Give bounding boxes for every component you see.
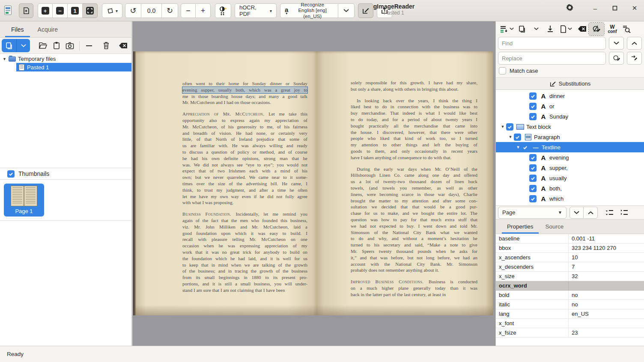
scanned-book-image[interactable]: often went to their home for Sunday dinn… bbox=[133, 51, 493, 315]
hocr-tree-item-paragraph[interactable]: ▼Paragraph bbox=[496, 132, 644, 142]
find-next-button[interactable] bbox=[609, 37, 624, 50]
zoom-original-button[interactable]: 1 bbox=[68, 3, 83, 18]
book-textline: us are familiar with. He was always will… bbox=[182, 142, 307, 149]
paragraph-heading: Business Foundation. bbox=[182, 211, 236, 217]
hocr-tree-item-both[interactable]: Aboth, bbox=[496, 183, 644, 193]
open-folder-button[interactable] bbox=[36, 39, 50, 52]
hocr-tree-item-evening[interactable]: Aevening bbox=[496, 152, 644, 163]
recognize-button[interactable]: a▾ Recognize English [eng] (en_US) bbox=[280, 3, 338, 18]
wconf-toggle[interactable]: Wconf bbox=[605, 23, 620, 36]
property-row-baseline[interactable]: baseline0.001 -11 bbox=[496, 234, 644, 243]
rotate-left-button[interactable]: ↺ bbox=[125, 3, 141, 18]
item-checkbox[interactable] bbox=[529, 113, 537, 120]
hocr-tree-item-sunday[interactable]: ASunday bbox=[496, 111, 644, 122]
export-output-button[interactable] bbox=[557, 23, 575, 36]
tab-files[interactable]: Files bbox=[4, 21, 31, 37]
settings-button[interactable] bbox=[565, 3, 574, 13]
find-previous-button[interactable] bbox=[627, 37, 642, 50]
hocr-tree-item-text-block[interactable]: ▼Text block bbox=[496, 122, 644, 132]
insert-mode-button[interactable] bbox=[498, 23, 515, 36]
item-checkbox[interactable] bbox=[529, 185, 537, 192]
hocr-tree-item-or[interactable]: Aor bbox=[496, 101, 644, 111]
item-checkbox[interactable] bbox=[529, 103, 537, 110]
property-row-italic[interactable]: italicno bbox=[496, 300, 644, 309]
expander-icon[interactable]: ▼ bbox=[3, 57, 9, 61]
expander-icon[interactable]: ▼ bbox=[507, 135, 514, 139]
previous-page-button[interactable]: − bbox=[181, 3, 196, 18]
zoom-in-button[interactable]: + bbox=[38, 3, 53, 18]
tree-item-pasted-1[interactable]: Pasted 1 bbox=[16, 63, 131, 71]
minimize-button[interactable]: – bbox=[591, 5, 599, 12]
item-checkbox[interactable] bbox=[529, 195, 537, 202]
tab-acquire[interactable]: Acquire bbox=[31, 21, 65, 37]
add-page-button[interactable] bbox=[19, 3, 33, 18]
tree-item-temporary-files[interactable]: ▼ Temporary files bbox=[0, 55, 131, 63]
navigate-next-button[interactable] bbox=[569, 207, 584, 219]
item-checkbox[interactable] bbox=[529, 154, 537, 161]
document-canvas[interactable]: often went to their home for Sunday dinn… bbox=[132, 21, 495, 346]
add-images-menu-button[interactable] bbox=[16, 39, 30, 52]
add-images-button[interactable] bbox=[2, 39, 16, 52]
rotate-right-button[interactable]: ↻ bbox=[162, 3, 178, 18]
property-row-bbox[interactable]: bbox323 234 1120 270 bbox=[496, 243, 644, 253]
output-format-dropdown[interactable]: hOCR, PDF ▾ bbox=[235, 3, 277, 18]
collapse-all-button[interactable] bbox=[617, 207, 632, 219]
match-case-checkbox[interactable] bbox=[499, 67, 506, 74]
property-row-x_size[interactable]: x_size32 bbox=[496, 272, 644, 281]
navigate-previous-button[interactable] bbox=[584, 207, 598, 219]
clear-output-button[interactable] bbox=[576, 23, 588, 36]
property-row-x_font[interactable]: x_font bbox=[496, 319, 644, 328]
close-button[interactable]: ✕ bbox=[630, 4, 639, 12]
open-output-menu-button[interactable] bbox=[529, 23, 543, 36]
property-row-ocrx_word[interactable]: ocrx_word bbox=[496, 281, 644, 291]
remove-source-button[interactable] bbox=[82, 39, 96, 52]
replace-input[interactable] bbox=[498, 52, 606, 65]
zoom-in-icon: + bbox=[42, 7, 49, 15]
item-checkbox[interactable] bbox=[529, 164, 537, 172]
substitutions-button[interactable]: Substitutions bbox=[496, 77, 644, 90]
hocr-tree-item-textline[interactable]: ▼—Textline bbox=[496, 142, 644, 152]
delete-source-button[interactable] bbox=[99, 39, 113, 52]
book-textline: liked best to do in connection with the … bbox=[351, 104, 477, 110]
item-checkbox[interactable] bbox=[529, 175, 537, 182]
open-output-button[interactable] bbox=[516, 23, 528, 36]
expand-all-button[interactable] bbox=[602, 207, 617, 219]
replace-all-button[interactable] bbox=[627, 52, 642, 65]
item-checkbox[interactable] bbox=[529, 92, 537, 100]
image-controls-button[interactable] bbox=[215, 3, 231, 18]
rotation-angle-value[interactable]: 0.0 bbox=[141, 3, 162, 18]
thumbnail-page-1[interactable]: Page 1 bbox=[4, 184, 44, 217]
zoom-fit-button[interactable] bbox=[83, 3, 98, 18]
property-row-x_fsize[interactable]: x_fsize23 bbox=[496, 328, 644, 338]
expander-icon[interactable]: ▼ bbox=[499, 125, 506, 129]
property-row-bold[interactable]: boldno bbox=[496, 291, 644, 300]
property-row-x_ascenders[interactable]: x_ascenders10 bbox=[496, 253, 644, 262]
zoom-out-button[interactable]: − bbox=[53, 3, 68, 18]
find-replace-toggle[interactable] bbox=[589, 23, 604, 36]
paste-button[interactable] bbox=[50, 39, 63, 52]
item-checkbox[interactable] bbox=[522, 144, 529, 151]
property-row-x_descenders[interactable]: x_descenders7 bbox=[496, 262, 644, 272]
thumbnails-checkbox[interactable] bbox=[7, 170, 15, 178]
expander-icon[interactable]: ▼ bbox=[515, 145, 522, 149]
find-document-button[interactable] bbox=[620, 23, 632, 36]
tab-source[interactable]: Source bbox=[540, 220, 570, 234]
save-output-button[interactable] bbox=[544, 23, 556, 36]
item-checkbox[interactable] bbox=[514, 134, 521, 141]
clear-sources-button[interactable] bbox=[116, 39, 130, 52]
hocr-tree-item-which[interactable]: Awhich bbox=[496, 193, 644, 204]
property-row-lang[interactable]: langen_US bbox=[496, 309, 644, 319]
next-page-button[interactable]: + bbox=[196, 3, 211, 18]
character-recognition-icon: a▾ bbox=[285, 6, 288, 15]
hocr-tree-item-dinner[interactable]: Adinner bbox=[496, 91, 644, 101]
navigation-target-dropdown[interactable]: Page ▼ bbox=[498, 207, 566, 219]
rotate-mode-dropdown[interactable]: ▾ bbox=[102, 3, 122, 18]
hocr-tree-item-usually[interactable]: Ausually bbox=[496, 173, 644, 183]
replace-button[interactable] bbox=[609, 52, 624, 65]
maximize-button[interactable] bbox=[611, 5, 619, 12]
tab-properties[interactable]: Properties bbox=[501, 220, 540, 234]
item-checkbox[interactable] bbox=[506, 123, 513, 131]
hocr-tree-item-supper[interactable]: Asupper, bbox=[496, 163, 644, 173]
screenshot-button[interactable] bbox=[63, 39, 77, 52]
find-input[interactable] bbox=[498, 37, 606, 50]
